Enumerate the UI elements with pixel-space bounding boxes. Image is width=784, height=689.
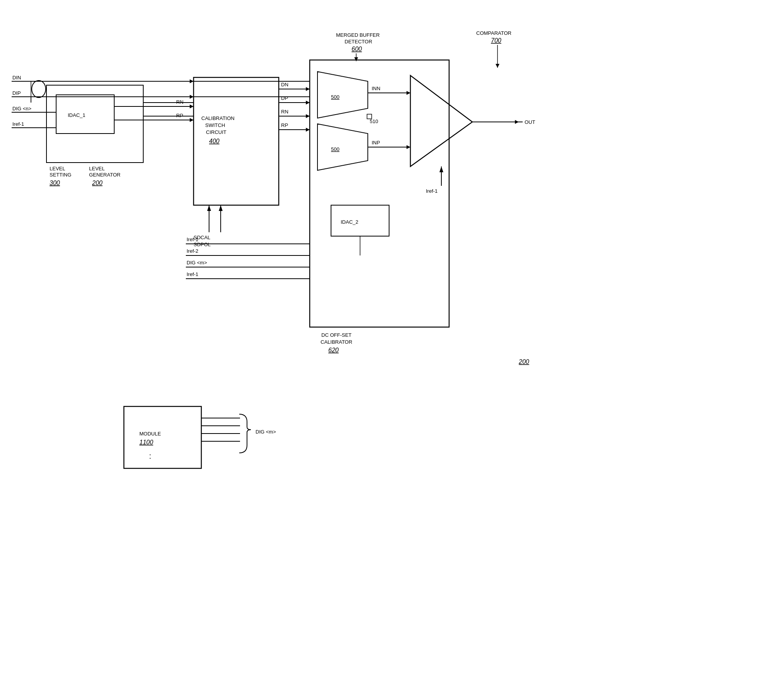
inn-label: INN [372, 86, 380, 91]
level-setting-label2: SETTING [50, 172, 71, 178]
din-dip-junction [32, 81, 46, 98]
out-arrow [515, 120, 519, 124]
comparator-label-arrow [496, 64, 499, 68]
rn2-label: RN [281, 109, 288, 115]
buffer2-ref: 500 [331, 146, 340, 152]
dip-label: DIP [12, 90, 21, 96]
level-setting-ref: 300 [50, 180, 60, 186]
level-setting-label1: LEVEL [50, 166, 65, 171]
merged-buffer-arrow [354, 57, 358, 61]
cal-sw-label1: CALIBRATION [201, 115, 235, 121]
comparator-shape [410, 75, 472, 166]
module-ref: 1100 [139, 439, 153, 446]
rp-cal-arrow [190, 118, 194, 122]
cal-sw-label2: SWITCH [205, 122, 225, 128]
ref510-label: 510 [370, 118, 378, 124]
merged-buffer-ref: 600 [352, 46, 362, 52]
dc-offset-label1: DC OFF-SET [321, 332, 352, 338]
dig-m-label: DIG <m> [187, 260, 207, 266]
sdcal-arrow [207, 205, 211, 211]
merged-buffer-title2: DETECTOR [345, 39, 372, 45]
iref1-bot-label: Iref-1 [187, 271, 198, 277]
sdpol-label: SDPOL [194, 242, 211, 247]
dip-cal-arrow [190, 95, 194, 99]
dp-arrow [306, 101, 310, 105]
dig-n-label: DIG <n> [12, 106, 31, 111]
module-dots: : [149, 452, 151, 460]
module-label: MODULE [139, 431, 161, 437]
dc-offset-ref: 620 [328, 347, 339, 353]
buffer2-shape [317, 124, 368, 170]
rn-out-label: RN [176, 99, 184, 105]
inp-arrow [407, 145, 410, 149]
level-generator-label1: LEVEL [89, 166, 105, 171]
iref1-comp-label: Iref-1 [426, 188, 437, 194]
din-cal-arrow [190, 79, 194, 83]
iref1-input-label: Iref-1 [12, 121, 24, 127]
cal-sw-ref: 400 [209, 138, 220, 144]
main-ref-200: 200 [518, 358, 529, 365]
level-generator-label2: GENERATOR [89, 172, 120, 178]
sdpol-arrow [219, 205, 223, 211]
idac2-box [331, 205, 389, 236]
level-generator-ref: 200 [92, 180, 103, 186]
curly-brace [239, 414, 251, 453]
dig-m2-label: DIG <m> [256, 429, 276, 435]
idac2-label: IDAC_2 [341, 219, 359, 225]
din-label: DIN [12, 75, 21, 81]
rn-cal-arrow [190, 105, 194, 108]
out-label: OUT [525, 119, 535, 125]
inn-arrow [407, 91, 410, 95]
module-box [124, 406, 201, 468]
dn-arrow [306, 87, 310, 91]
rn2-arrow [306, 114, 310, 118]
rp2-label: RP [281, 122, 288, 128]
iref2-label: Iref-2 [187, 248, 198, 254]
buffer1-shape [317, 72, 368, 118]
dp-label: DP [281, 95, 288, 101]
dc-offset-label2: CALIBRATOR [321, 339, 352, 345]
rp2-arrow [306, 128, 310, 132]
merged-buffer-title1: MERGED BUFFER [336, 32, 380, 38]
iref1-comp-arrow [439, 166, 443, 172]
comparator-ref: 700 [491, 37, 501, 44]
dn-label: DN [281, 82, 288, 87]
buffer1-ref: 500 [331, 94, 340, 100]
circuit-diagram: IDAC_1 LEVEL SETTING 300 LEVEL GENERATOR… [0, 0, 784, 689]
rp-out-label: RP [176, 113, 183, 118]
iref1-cal-label: Iref-1 [187, 237, 198, 242]
idac1-label: IDAC_1 [68, 112, 86, 118]
inp-label: INP [372, 140, 380, 146]
cal-sw-label3: CIRCUIT [206, 129, 226, 135]
comparator-title: COMPARATOR [476, 30, 511, 36]
